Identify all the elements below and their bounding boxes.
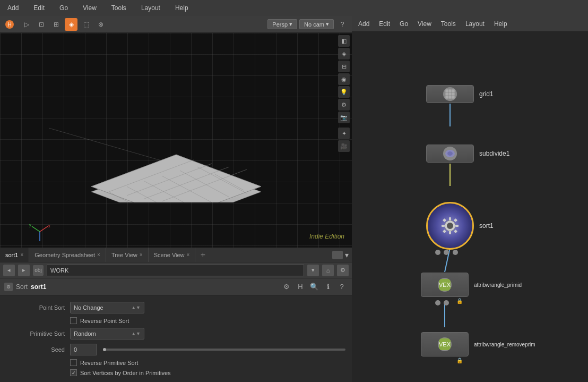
menu-tools[interactable]: Tools — [108, 3, 129, 13]
menu-layout[interactable]: Layout — [138, 3, 163, 13]
menu-view[interactable]: View — [80, 3, 100, 13]
tab-scene-close[interactable]: × — [187, 252, 190, 258]
ng-view[interactable]: View — [416, 19, 434, 29]
axes-indicator: x y z — [29, 221, 50, 242]
help-icon[interactable]: ? — [336, 18, 349, 31]
close-viewport-icon[interactable]: ⊗ — [94, 18, 107, 31]
node-grid1-thumb — [443, 87, 457, 101]
ng-help[interactable]: Help — [492, 19, 509, 29]
visibility-icon[interactable]: ◉ — [338, 73, 350, 85]
menu-add[interactable]: Add — [4, 3, 22, 13]
cam-button[interactable]: No cam ▾ — [299, 19, 334, 29]
tab-scene-view[interactable]: Scene View × — [149, 248, 196, 262]
snap-icon[interactable]: ✦ — [338, 128, 350, 139]
point-sort-label: Point Sort — [6, 304, 70, 311]
point-sort-row: Point Sort No Change ▲▼ — [0, 300, 352, 316]
3d-plane-object — [49, 64, 304, 202]
node-graph-toolbar: Add Edit Go View Tools Layout Help — [352, 16, 588, 32]
svg-point-30 — [444, 300, 449, 305]
point-sort-arrow: ▲▼ — [131, 305, 141, 310]
sort-vertices-checkbox[interactable]: ✓ — [70, 369, 77, 376]
path-input[interactable] — [47, 265, 304, 276]
primitive-sort-dropdown[interactable]: Random ▲▼ — [70, 328, 144, 339]
menu-edit[interactable]: Edit — [30, 3, 48, 13]
tab-tree-close[interactable]: × — [140, 252, 143, 258]
cam2-icon[interactable]: 🎥 — [338, 140, 350, 152]
layers-icon[interactable]: ◧ — [338, 35, 350, 47]
tab-geometry-close[interactable]: × — [97, 252, 100, 258]
node-sort1[interactable]: sort1 — [426, 202, 494, 250]
node-attribwrangle-primid-box[interactable]: VEX 🔒 — [421, 273, 469, 297]
cam-icon[interactable]: 📷 — [338, 112, 350, 123]
path-back-btn[interactable]: ◂ — [3, 265, 15, 276]
node-info-icon[interactable]: ℹ — [322, 281, 334, 293]
node-subdivide1-label: subdivide1 — [479, 150, 509, 157]
node-attribwrangle-removeprim-box[interactable]: VEX 🔒 — [421, 332, 469, 356]
sort-vertices-row: ✓ Sort Vertices by Order in Primitives — [0, 368, 352, 378]
tab-sort1-close[interactable]: × — [20, 252, 23, 258]
ng-go[interactable]: Go — [397, 19, 410, 29]
svg-text:x: x — [48, 224, 50, 228]
reverse-point-sort-checkbox[interactable] — [70, 317, 77, 324]
node-search-icon[interactable]: 🔍 — [308, 281, 320, 293]
tab-menu-icon[interactable]: ▾ — [345, 251, 349, 259]
svg-rect-41 — [449, 231, 451, 234]
select-lasso-icon[interactable]: ⊞ — [50, 18, 63, 31]
right-panel: Add Edit Go View Tools Layout Help — [352, 16, 588, 382]
node-subdivide1-box[interactable] — [426, 145, 474, 163]
node-graph-canvas[interactable]: grid1 subdivide1 — [352, 32, 588, 382]
tab-sort1[interactable]: sort1 × — [0, 248, 29, 262]
tab-layout-icon[interactable] — [332, 251, 343, 259]
point-sort-dropdown[interactable]: No Change ▲▼ — [70, 302, 144, 313]
reverse-point-sort-row: Reverse Point Sort — [0, 316, 352, 326]
ng-tools[interactable]: Tools — [439, 19, 458, 29]
top-menubar: Add Edit Go View Tools Layout Help — [0, 0, 588, 16]
persp-button[interactable]: Persp ▾ — [267, 19, 297, 29]
path-home-btn[interactable]: ⌂ — [322, 265, 334, 276]
path-settings-btn[interactable]: ⚙ — [337, 265, 349, 276]
tab-add-button[interactable]: + — [195, 248, 210, 262]
node-attribwrangle-removeprim[interactable]: VEX 🔒 attribwrangle_removeprim — [421, 332, 535, 356]
select-box-icon[interactable]: ⊡ — [35, 18, 48, 31]
node-subdivide1[interactable]: subdivide1 — [426, 145, 509, 163]
svg-point-29 — [435, 300, 440, 305]
svg-rect-43 — [455, 225, 459, 227]
ng-add[interactable]: Add — [356, 19, 371, 29]
light-setting-icon[interactable]: ⚙ — [338, 99, 350, 111]
seed-input[interactable] — [70, 344, 97, 355]
node-grid1[interactable]: grid1 — [426, 85, 494, 103]
ng-edit[interactable]: Edit — [377, 19, 392, 29]
node-settings-icon[interactable]: ⚙ — [281, 281, 292, 293]
svg-rect-40 — [449, 217, 451, 220]
shade-icon[interactable]: ◈ — [65, 18, 77, 31]
left-panel: H ▷ ⊡ ⊞ ◈ ⬚ ⊗ Persp ▾ No cam ▾ ? — [0, 16, 352, 382]
node-type-icon: ⚙ — [4, 283, 13, 291]
svg-text:VEX: VEX — [439, 282, 451, 288]
houdini-logo-icon: H — [3, 18, 16, 31]
node-sort1-box[interactable] — [426, 202, 474, 250]
svg-point-25 — [435, 250, 440, 255]
node-sort1-label: sort1 — [479, 222, 494, 230]
viewport-right-icons: ◧ ◈ ⊟ ◉ 💡 ⚙ 📷 ✦ 🎥 — [338, 35, 350, 152]
tab-geometry-spreadsheet[interactable]: Geometry Spreadsheet × — [29, 248, 106, 262]
light-bulb-icon[interactable]: 💡 — [338, 86, 350, 98]
node-hdatools-icon[interactable]: H — [295, 281, 306, 293]
svg-rect-42 — [442, 225, 445, 227]
camera-render-icon[interactable]: ⬚ — [80, 18, 92, 31]
reverse-primitive-sort-checkbox[interactable] — [70, 359, 77, 366]
texture-icon[interactable]: ◈ — [338, 48, 350, 60]
seed-slider[interactable] — [103, 349, 345, 351]
path-forward-btn[interactable]: ▸ — [18, 265, 30, 276]
menu-go[interactable]: Go — [56, 3, 71, 13]
wireframe-icon[interactable]: ⊟ — [338, 61, 350, 72]
node-help-icon[interactable]: ? — [336, 281, 348, 293]
path-menu-btn[interactable]: ▾ — [307, 265, 319, 276]
menu-help[interactable]: Help — [172, 3, 192, 13]
select-icon[interactable]: ▷ — [20, 18, 33, 31]
node-grid1-box[interactable] — [426, 85, 474, 103]
svg-text:y: y — [29, 223, 31, 227]
tab-tree-view[interactable]: Tree View × — [106, 248, 149, 262]
node-attribwrangle-primid[interactable]: VEX 🔒 attribwrangle_primid — [421, 273, 522, 297]
ng-layout[interactable]: Layout — [463, 19, 487, 29]
tab-scene-view-label: Scene View — [154, 252, 185, 258]
